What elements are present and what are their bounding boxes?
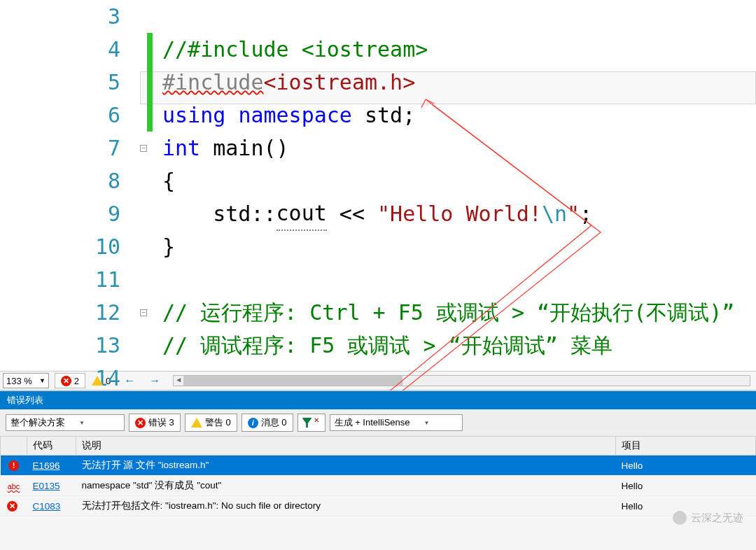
keyword: using: [162, 99, 225, 132]
error-row[interactable]: ! E1696 无法打开 源 文件 "iostream.h" Hello: [1, 456, 756, 476]
chevron-down-icon: ▼: [424, 420, 430, 426]
line-number: 8: [29, 164, 120, 197]
keyword: namespace: [238, 99, 352, 132]
change-marker: [147, 33, 153, 66]
brace: }: [162, 230, 175, 263]
code-line: −int main(): [147, 132, 756, 164]
error-project: Hello: [616, 456, 756, 476]
build-combo-value: 生成 + IntelliSense: [335, 416, 410, 429]
header-project[interactable]: 项目: [616, 437, 756, 456]
build-intellisense-combo[interactable]: 生成 + IntelliSense ▼: [330, 414, 463, 431]
code-line: std::cout << "Hello World!\n";: [147, 197, 756, 230]
change-marker: [147, 99, 153, 132]
header-description[interactable]: 说明: [76, 437, 616, 456]
prev-issue-button[interactable]: ←: [117, 374, 142, 387]
line-number: 11: [29, 263, 120, 296]
info-icon: i: [248, 418, 258, 428]
code-content[interactable]: //#include <iostream> #include<iostream.…: [140, 0, 756, 371]
code-line: // 调试程序: F5 或调试 > “开始调试” 菜单: [147, 329, 756, 362]
scrollbar-thumb[interactable]: [183, 376, 402, 386]
line-number: 3: [29, 0, 120, 33]
error-description: 无法打开包括文件: "iostream.h": No such file or …: [76, 496, 616, 516]
comment-text: // 运行程序: Ctrl + F5 或调试 > “开始执行(不调试)”: [162, 296, 734, 329]
header-severity[interactable]: [1, 437, 27, 456]
code-text: std::: [162, 197, 276, 230]
error-description: 无法打开 源 文件 "iostream.h": [76, 456, 616, 476]
line-number-gutter: 3 4 5 6 7 8 9 10 11 12 13 14: [29, 0, 140, 371]
line-number: 7: [29, 132, 120, 164]
line-number: 4: [29, 33, 120, 66]
errors-filter-label: 错误 3: [148, 416, 174, 429]
chevron-down-icon: ▼: [79, 420, 85, 426]
error-list-toolbar: 整个解决方案 ▼ ✕ 错误 3 警告 0 i 消息 0 ✕ 生成 + Intel…: [0, 409, 756, 436]
error-project: Hello: [616, 476, 756, 496]
warnings-filter-button[interactable]: 警告 0: [185, 414, 237, 432]
clear-filter-button[interactable]: ✕: [298, 414, 326, 432]
fold-toggle-icon[interactable]: −: [140, 145, 147, 152]
line-number: 5: [29, 66, 120, 99]
messages-filter-button[interactable]: i 消息 0: [241, 414, 293, 432]
keyword: int: [162, 132, 200, 164]
line-number: 9: [29, 197, 120, 230]
string-literal: "Hello World!: [377, 197, 542, 230]
error-project: Hello: [616, 496, 756, 516]
error-icon: ✕: [7, 501, 18, 512]
function-name: main: [200, 132, 263, 164]
grid-header-row[interactable]: 代码 说明 项目: [1, 437, 756, 456]
intellisense-error-icon: abc: [8, 482, 20, 491]
operator: <<: [327, 197, 377, 230]
line-number: 6: [29, 99, 120, 132]
string-literal: ": [567, 197, 580, 230]
line-number: 10: [29, 230, 120, 263]
code-editor[interactable]: 3 4 5 6 7 8 9 10 11 12 13 14 //#include …: [0, 0, 756, 371]
code-line: //#include <iostream>: [147, 33, 756, 66]
warnings-filter-label: 警告 0: [205, 416, 231, 429]
brace: {: [162, 164, 175, 197]
header-code[interactable]: 代码: [27, 437, 76, 456]
next-issue-button[interactable]: →: [142, 374, 167, 387]
zoom-value: 133 %: [6, 376, 32, 386]
code-line: using namespace std;: [147, 99, 756, 132]
error-code[interactable]: C1083: [33, 501, 61, 512]
scroll-left-icon[interactable]: ◄: [174, 376, 183, 386]
error-code[interactable]: E0135: [33, 481, 60, 491]
error-description: namespace "std" 没有成员 "cout": [76, 476, 616, 496]
error-stop-icon: !: [8, 460, 19, 471]
fold-toggle-icon[interactable]: −: [140, 309, 147, 316]
change-marker: [147, 66, 153, 99]
error-row[interactable]: abc E0135 namespace "std" 没有成员 "cout" He…: [1, 476, 756, 496]
code-line: #include<iostream.h>: [147, 66, 756, 99]
scope-combo[interactable]: 整个解决方案 ▼: [6, 414, 125, 431]
error-list-panel: 错误列表 整个解决方案 ▼ ✕ 错误 3 警告 0 i 消息 0 ✕ 生成 + …: [0, 390, 756, 550]
editor-margin[interactable]: [0, 0, 29, 371]
error-list-grid[interactable]: 代码 说明 项目 ! E1696 无法打开 源 文件 "iostream.h" …: [0, 436, 756, 516]
identifier: std;: [352, 99, 415, 132]
line-number: 13: [29, 329, 120, 362]
line-number: 14: [29, 362, 120, 395]
errors-filter-button[interactable]: ✕ 错误 3: [129, 414, 181, 432]
clear-x-icon: ✕: [314, 416, 319, 424]
preprocessor-text: #include: [162, 66, 264, 99]
scope-combo-value: 整个解决方案: [10, 416, 65, 429]
error-icon: ✕: [135, 418, 146, 428]
funnel-icon: [302, 418, 312, 428]
punctuation: ;: [580, 197, 592, 230]
error-row[interactable]: ✕ C1083 无法打开包括文件: "iostream.h": No such …: [1, 496, 756, 516]
error-code[interactable]: E1696: [33, 460, 60, 471]
error-list-title[interactable]: 错误列表: [0, 391, 756, 409]
messages-filter-label: 消息 0: [261, 416, 287, 429]
code-line: −// 运行程序: Ctrl + F5 或调试 > “开始执行(不调试)”: [147, 296, 756, 329]
horizontal-scrollbar[interactable]: ◄: [173, 375, 750, 386]
comment-text: //#include <iostream>: [162, 33, 428, 66]
escape-sequence: \n: [542, 197, 567, 230]
warning-icon: [92, 376, 103, 386]
comment-text: // 调试程序: F5 或调试 > “开始调试” 菜单: [162, 329, 612, 362]
warning-icon: [191, 418, 202, 428]
code-line: }: [147, 230, 756, 263]
identifier-cout: cout: [276, 197, 327, 231]
punctuation: (): [264, 132, 289, 164]
line-number: 12: [29, 296, 120, 329]
code-line: [147, 263, 756, 296]
include-path: <iostream.h>: [264, 66, 416, 99]
code-line: [147, 0, 756, 33]
